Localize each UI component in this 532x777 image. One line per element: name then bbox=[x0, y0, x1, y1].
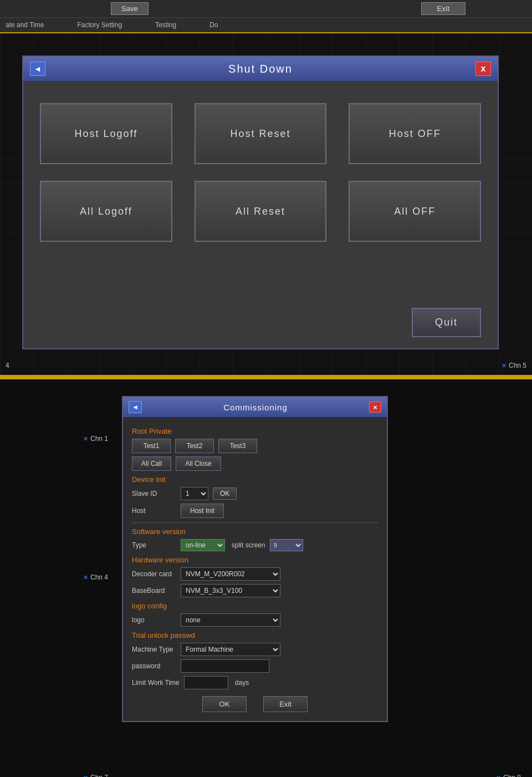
host-reset-button[interactable]: Host Reset bbox=[195, 103, 327, 164]
channel-7-label: ✕ Chn 7 bbox=[83, 774, 108, 777]
lower-section: F NiCCTV ✕ Chn 1 ✕ Chn 4 ✕ Chn 7 ✕ Chn 8… bbox=[0, 379, 532, 777]
machine-type-row: Machine Type Formal Machine Trial Machin… bbox=[132, 643, 378, 656]
nav-factory[interactable]: Factory Setting bbox=[77, 21, 122, 29]
baseboard-row: BaseBoard NVM_B_3x3_V100 NVM_B_2x2_V100 bbox=[132, 584, 378, 597]
host-logoff-button[interactable]: Host Logoff bbox=[40, 103, 172, 164]
password-input[interactable] bbox=[181, 659, 269, 673]
chn4b-x: ✕ bbox=[83, 574, 88, 581]
logo-label: logo bbox=[132, 616, 176, 624]
all-logoff-button[interactable]: All Logoff bbox=[40, 181, 172, 242]
commissioning-title: Commissioning bbox=[223, 403, 288, 412]
commissioning-back-button[interactable]: ◄ bbox=[129, 401, 142, 413]
type-row: Type on-line off-line split screen 9 4 1… bbox=[132, 539, 378, 551]
nav-testing[interactable]: Testing bbox=[155, 21, 176, 29]
test3-button[interactable]: Test3 bbox=[218, 439, 257, 453]
channel-1-label: ✕ Chn 1 bbox=[83, 435, 108, 443]
all-close-button[interactable]: All Close bbox=[176, 456, 221, 471]
commissioning-body: Root Private Test1 Test2 Test3 All Call … bbox=[123, 417, 387, 721]
chn8-x: ✕ bbox=[496, 774, 501, 778]
chn8-text: Chn 8 bbox=[503, 774, 521, 777]
slave-id-row: Slave ID 1 2 3 OK bbox=[132, 487, 378, 500]
logo-config-title: logo config bbox=[132, 602, 378, 610]
shutdown-close-button[interactable]: x bbox=[475, 62, 491, 76]
shutdown-titlebar: ◄ Shut Down x bbox=[23, 57, 498, 81]
upper-section: ◄ Shut Down x Host Logoff Host Reset Hos… bbox=[0, 33, 532, 377]
logo-row: logo none logo1 bbox=[132, 613, 378, 627]
channel-5-label: ✕ Chn 5 bbox=[502, 362, 526, 369]
limit-work-time-input[interactable] bbox=[184, 676, 228, 689]
test-buttons-row: Test1 Test2 Test3 bbox=[132, 439, 378, 453]
split-screen-select[interactable]: 9 4 16 bbox=[270, 539, 303, 551]
commissioning-titlebar: ◄ Commissioning × bbox=[123, 397, 387, 417]
host-off-button[interactable]: Host OFF bbox=[349, 103, 481, 164]
test1-button[interactable]: Test1 bbox=[132, 439, 171, 453]
divider1 bbox=[132, 522, 378, 523]
root-private-title: Root Private bbox=[132, 427, 378, 435]
test2-button[interactable]: Test2 bbox=[175, 439, 214, 453]
slave-id-label: Slave ID bbox=[132, 490, 176, 497]
slave-ok-button[interactable]: OK bbox=[213, 487, 237, 500]
host-init-button[interactable]: Host Init bbox=[181, 504, 224, 518]
chn7-text: Chn 7 bbox=[90, 774, 108, 777]
slave-id-select[interactable]: 1 2 3 bbox=[181, 487, 208, 500]
limit-work-time-row: Limit Work Time days bbox=[132, 676, 378, 689]
logo-select[interactable]: none logo1 bbox=[181, 613, 280, 627]
commissioning-ok-button[interactable]: OK bbox=[202, 696, 247, 712]
shutdown-title: Shut Down bbox=[228, 63, 293, 75]
split-screen-label: split screen bbox=[232, 541, 265, 549]
channel-4b-label: ✕ Chn 4 bbox=[83, 573, 108, 581]
save-button[interactable]: Save bbox=[111, 2, 149, 15]
all-call-button[interactable]: All Call bbox=[132, 456, 171, 471]
chn4-text: 4 bbox=[6, 362, 9, 369]
channel-8-label: ✕ Chn 8 bbox=[496, 774, 521, 777]
chn1-text: Chn 1 bbox=[90, 435, 108, 443]
software-version-title: Software version bbox=[132, 527, 378, 536]
hardware-version-title: Hardware version bbox=[132, 556, 378, 564]
device-init-title: Device Init bbox=[132, 475, 378, 484]
baseboard-select[interactable]: NVM_B_3x3_V100 NVM_B_2x2_V100 bbox=[181, 584, 280, 597]
chn5-text: Chn 5 bbox=[509, 362, 526, 369]
channel-4-label: 4 bbox=[6, 362, 9, 369]
host-label: Host bbox=[132, 507, 176, 515]
commissioning-close-button[interactable]: × bbox=[369, 402, 381, 413]
shutdown-bottom: Quit bbox=[412, 308, 481, 337]
chn4b-text: Chn 4 bbox=[90, 573, 108, 581]
decoder-card-label: Decoder card bbox=[132, 570, 176, 578]
commissioning-footer: OK Exit bbox=[132, 696, 378, 714]
decoder-card-select[interactable]: NVM_M_V200R002 NVM_M_V100R001 bbox=[181, 567, 280, 581]
days-label: days bbox=[235, 679, 249, 687]
password-row: password bbox=[132, 659, 378, 673]
chn5-x: ✕ bbox=[502, 362, 507, 369]
trial-unlock-title: Trial unlock passwd bbox=[132, 631, 378, 639]
chn7-x: ✕ bbox=[83, 774, 88, 778]
top-bar: Save ExIt bbox=[0, 0, 532, 18]
all-reset-button[interactable]: All Reset bbox=[195, 181, 327, 242]
shutdown-body: Host Logoff Host Reset Host OFF All Logo… bbox=[23, 81, 498, 264]
call-buttons-row: All Call All Close bbox=[132, 456, 378, 471]
chn1-x: ✕ bbox=[83, 435, 88, 443]
exit-button[interactable]: ExIt bbox=[421, 2, 466, 15]
type-label: Type bbox=[132, 541, 176, 549]
all-off-button[interactable]: All OFF bbox=[349, 181, 481, 242]
shutdown-dialog: ◄ Shut Down x Host Logoff Host Reset Hos… bbox=[22, 55, 499, 349]
quit-button[interactable]: Quit bbox=[412, 308, 481, 337]
nav-datetime[interactable]: ate and Time bbox=[6, 21, 44, 29]
nav-do[interactable]: Do bbox=[209, 21, 218, 29]
machine-type-label: Machine Type bbox=[132, 646, 176, 653]
commissioning-dialog: ◄ Commissioning × Root Private Test1 Tes… bbox=[122, 396, 388, 722]
machine-type-select[interactable]: Formal Machine Trial Machine bbox=[181, 643, 280, 656]
host-init-row: Host Host Init bbox=[132, 504, 378, 518]
nav-row: ate and Time Factory Setting Testing Do bbox=[0, 18, 532, 33]
password-label: password bbox=[132, 662, 176, 670]
baseboard-label: BaseBoard bbox=[132, 587, 176, 595]
decoder-card-row: Decoder card NVM_M_V200R002 NVM_M_V100R0… bbox=[132, 567, 378, 581]
limit-work-time-label: Limit Work Time bbox=[132, 679, 180, 687]
shutdown-back-button[interactable]: ◄ bbox=[30, 62, 45, 76]
commissioning-exit-button[interactable]: Exit bbox=[263, 696, 308, 712]
type-select[interactable]: on-line off-line bbox=[181, 539, 225, 551]
